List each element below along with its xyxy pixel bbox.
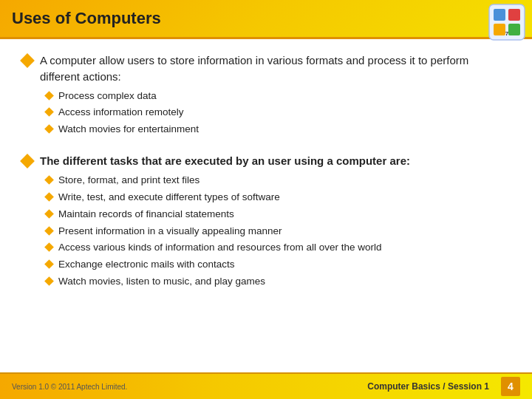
svg-rect-2: [508, 9, 520, 21]
list-item: Watch movies for entertainment: [46, 123, 510, 137]
diamond-bullet-1: [20, 53, 35, 68]
list-item-text: Present information in a visually appeal…: [58, 225, 282, 239]
list-item: Access information remotely: [46, 106, 510, 120]
section2-intro: The different tasks that are executed by…: [40, 154, 410, 167]
list-item: Exchange electronic mails with contacts: [46, 258, 410, 272]
sub-diamond-icon: [44, 192, 54, 202]
sub-diamond-icon: [44, 243, 54, 253]
footer-course: Computer Basics / Session 1: [367, 381, 489, 392]
sub-diamond-icon: [44, 226, 54, 236]
section1: A computer allow users to store informat…: [22, 52, 510, 140]
list-item-text: Maintain records of financial statements: [58, 208, 234, 222]
main-content: A computer allow users to store informat…: [0, 39, 532, 313]
sub-diamond-icon: [44, 124, 54, 134]
sub-diamond-icon: [44, 175, 54, 185]
list-item-text: Store, format, and print text files: [58, 174, 200, 188]
sub-diamond-icon: [44, 260, 54, 270]
section2-list: Store, format, and print text filesWrite…: [40, 174, 410, 289]
list-item-text: Watch movies for entertainment: [58, 123, 199, 137]
footer: Version 1.0 © 2011 Aptech Limited. Compu…: [0, 372, 532, 399]
list-item: Write, test, and execute different types…: [46, 191, 410, 205]
page-title: Uses of Computers: [12, 9, 161, 28]
list-item: Watch movies, listen to music, and play …: [46, 275, 410, 289]
list-item: Maintain records of financial statements: [46, 208, 410, 222]
svg-text:7: 7: [505, 30, 509, 37]
diamond-bullet-2: [20, 154, 35, 168]
list-item-text: Process complex data: [58, 89, 157, 103]
svg-rect-1: [494, 9, 505, 21]
sub-diamond-icon: [44, 209, 54, 219]
list-item-text: Write, test, and execute different types…: [58, 191, 280, 205]
list-item: Access various kinds of information and …: [46, 241, 410, 255]
footer-page: 4: [501, 377, 520, 396]
section1-intro: A computer allow users to store informat…: [40, 54, 468, 83]
logo-icon: 7: [488, 3, 526, 41]
section2-body: The different tasks that are executed by…: [40, 153, 410, 292]
section2: The different tasks that are executed by…: [22, 153, 510, 292]
svg-rect-4: [508, 24, 520, 35]
footer-version: Version 1.0 © 2011 Aptech Limited.: [12, 383, 127, 391]
logo-svg: 7: [488, 3, 526, 41]
header: Uses of Computers: [0, 0, 532, 39]
list-item: Present information in a visually appeal…: [46, 225, 410, 239]
section1-body: A computer allow users to store informat…: [40, 52, 510, 140]
list-item: Process complex data: [46, 89, 510, 103]
list-item-text: Exchange electronic mails with contacts: [58, 258, 235, 272]
sub-diamond-icon: [44, 276, 54, 286]
list-item-text: Watch movies, listen to music, and play …: [58, 275, 265, 289]
sub-diamond-icon: [44, 91, 54, 100]
list-item-text: Access information remotely: [58, 106, 184, 120]
section1-list: Process complex dataAccess information r…: [40, 89, 510, 137]
svg-rect-3: [494, 24, 505, 35]
footer-right: Computer Basics / Session 1 4: [367, 377, 520, 396]
list-item: Store, format, and print text files: [46, 174, 410, 188]
sub-diamond-icon: [44, 108, 54, 117]
list-item-text: Access various kinds of information and …: [58, 241, 381, 255]
